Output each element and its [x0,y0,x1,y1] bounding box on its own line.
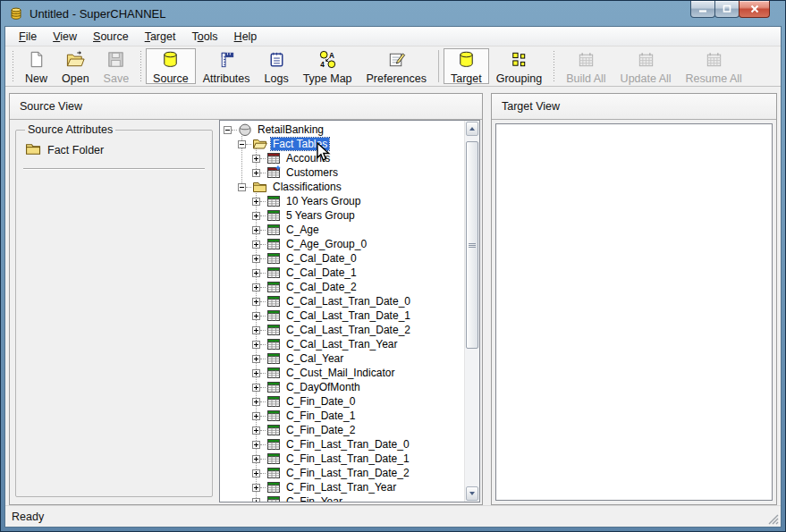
tree-expander-plus-icon[interactable] [252,455,260,463]
tree-item-c-fin-year[interactable]: C_Fin_Year [220,494,464,502]
tree-item-label[interactable]: Classifications [271,181,343,193]
tree-expander-plus-icon[interactable] [252,484,260,492]
tree-item-label[interactable]: C_Cust_Mail_Indicator [284,367,396,379]
maximize-button[interactable] [714,1,740,18]
tree-item-c-cal-date-2[interactable]: C_Cal_Date_2 [220,280,464,294]
menu-item-source[interactable]: Source [85,27,137,46]
tree-item-label[interactable]: C_Cal_Year [284,352,345,365]
tree-item-label[interactable]: C_Cal_Date_0 [284,252,359,265]
menu-item-tools[interactable]: Tools [183,27,225,46]
tree-item-c-cal-year[interactable]: C_Cal_Year [220,351,464,366]
tree-item-c-cal-last-tran-date-0[interactable]: C_Cal_Last_Tran_Date_0 [220,294,464,308]
tree-item-c-cal-last-tran-date-2[interactable]: C_Cal_Last_Tran_Date_2 [220,323,464,337]
tree-item-c-cust-mail-indicator[interactable]: C_Cust_Mail_Indicator [220,366,464,380]
tree-scrollbar[interactable] [464,121,479,502]
minimize-button[interactable] [690,1,715,18]
scrollbar-down-button[interactable] [466,486,478,501]
tree-item-c-dayofmonth[interactable]: C_DayOfMonth [220,380,464,394]
tree-item-label[interactable]: C_Fin_Date_2 [284,424,357,436]
tree-item-label[interactable]: C_Age_Group_0 [284,238,368,250]
tree-item-c-age-group-0[interactable]: C_Age_Group_0 [220,237,464,251]
tree-item-label[interactable]: C_Fin_Last_Tran_Year [284,481,398,494]
tree-item-c-fin-last-tran-date-1[interactable]: C_Fin_Last_Tran_Date_1 [220,452,464,466]
target-view-area[interactable] [495,123,773,501]
tree-item-5-years-group[interactable]: 5 Years Group [220,208,464,223]
tree-expander-plus-icon[interactable] [252,312,260,320]
tree-item-c-fin-date-2[interactable]: C_Fin_Date_2 [220,423,464,437]
scrollbar-up-button[interactable] [466,122,478,136]
tree-item-label[interactable]: Customers [284,166,340,179]
tree-expander-minus-icon[interactable] [238,183,246,191]
tree-expander-plus-icon[interactable] [252,241,260,249]
attributes-button[interactable]: Attributes [196,48,258,84]
tree-expander-plus-icon[interactable] [252,298,260,306]
tree-item-accounts[interactable]: Accounts [220,151,464,165]
tree-item-label[interactable]: C_Fin_Last_Tran_Date_0 [284,438,411,451]
tree-item-classifications[interactable]: Classifications [220,180,464,194]
tree-expander-plus-icon[interactable] [252,384,260,392]
scrollbar-thumb[interactable] [466,141,478,349]
update-all-button[interactable]: Update All [613,48,679,84]
tree-item-label[interactable]: C_Cal_Date_1 [284,266,359,279]
menu-item-file[interactable]: File [11,27,45,46]
tree-item-c-fin-date-0[interactable]: C_Fin_Date_0 [220,394,464,409]
tree-expander-plus-icon[interactable] [252,469,260,477]
tree-item-fact-tables[interactable]: Fact Tables [220,137,464,151]
tree-item-c-cal-last-tran-date-1[interactable]: C_Cal_Last_Tran_Date_1 [220,308,464,323]
tree-item-label[interactable]: C_Cal_Last_Tran_Date_2 [284,324,412,336]
tree-item-label[interactable]: C_DayOfMonth [284,381,362,393]
tree-item-c-cal-last-tran-year[interactable]: C_Cal_Last_Tran_Year [220,337,464,351]
tree-item-label[interactable]: C_Cal_Last_Tran_Date_1 [284,309,412,322]
tree-expander-plus-icon[interactable] [252,283,260,291]
tree-item-label[interactable]: C_Fin_Last_Tran_Date_2 [284,467,411,479]
tree-expander-plus-icon[interactable] [252,212,260,220]
tree-expander-minus-icon[interactable] [224,126,232,134]
tree-item-label[interactable]: 10 Years Group [284,195,362,207]
tree-expander-plus-icon[interactable] [252,255,260,263]
title-bar[interactable]: Untitled - SuperCHANNEL [1,1,785,26]
tree-expander-plus-icon[interactable] [252,412,260,420]
tree-item-c-fin-last-tran-year[interactable]: C_Fin_Last_Tran_Year [220,480,464,494]
tree-item-c-fin-last-tran-date-0[interactable]: C_Fin_Last_Tran_Date_0 [220,437,464,452]
tree-item-label[interactable]: 5 Years Group [284,209,357,222]
tree-item-label[interactable]: C_Fin_Year [284,495,344,502]
tree-item-label[interactable]: C_Age [284,224,321,236]
type-map-button[interactable]: A4Type Map [296,48,359,84]
tree-item-c-cal-date-1[interactable]: C_Cal_Date_1 [220,266,464,280]
tree-item-label[interactable]: Fact Tables [271,138,329,150]
menu-item-view[interactable]: View [45,27,85,46]
tree-item-label[interactable]: C_Cal_Date_2 [284,281,359,293]
tree-item-label[interactable]: C_Fin_Last_Tran_Date_1 [284,452,411,465]
tree-item-c-fin-last-tran-date-2[interactable]: C_Fin_Last_Tran_Date_2 [220,466,464,480]
tree-item-label[interactable]: C_Cal_Last_Tran_Year [284,338,400,350]
logs-button[interactable]: Logs [258,48,296,84]
fact-folder-item[interactable]: Fact Folder [25,141,205,159]
tree-expander-plus-icon[interactable] [252,341,260,349]
tree-item-c-fin-date-1[interactable]: C_Fin_Date_1 [220,409,464,423]
tree-item-retailbanking[interactable]: RetailBanking [220,122,464,137]
source-button[interactable]: Source [146,48,196,84]
tree-item-label[interactable]: C_Fin_Date_0 [284,395,357,408]
resume-all-button[interactable]: Resume All [679,48,749,84]
tree-expander-plus-icon[interactable] [252,198,260,206]
tree-item-customers[interactable]: Customers [220,165,464,180]
tree-expander-plus-icon[interactable] [252,326,260,334]
tree-item-label[interactable]: Accounts [284,152,332,165]
tree-expander-plus-icon[interactable] [252,169,260,177]
tree-item-label[interactable]: RetailBanking [256,123,325,136]
open-button[interactable]: Open [55,48,97,84]
menu-item-help[interactable]: Help [226,27,266,46]
close-button[interactable] [739,1,770,18]
tree-expander-plus-icon[interactable] [252,398,260,406]
tree-item-label[interactable]: C_Cal_Last_Tran_Date_0 [284,295,412,308]
resize-grip[interactable] [767,513,779,525]
menu-item-target[interactable]: Target [137,27,184,46]
tree-expander-minus-icon[interactable] [238,140,246,148]
tree-expander-plus-icon[interactable] [252,355,260,363]
tree-expander-plus-icon[interactable] [252,269,260,277]
tree-expander-plus-icon[interactable] [252,155,260,163]
save-button[interactable]: Save [97,48,137,84]
new-button[interactable]: New [18,48,55,84]
tree-expander-plus-icon[interactable] [252,426,260,435]
preferences-button[interactable]: Preferences [359,48,434,84]
